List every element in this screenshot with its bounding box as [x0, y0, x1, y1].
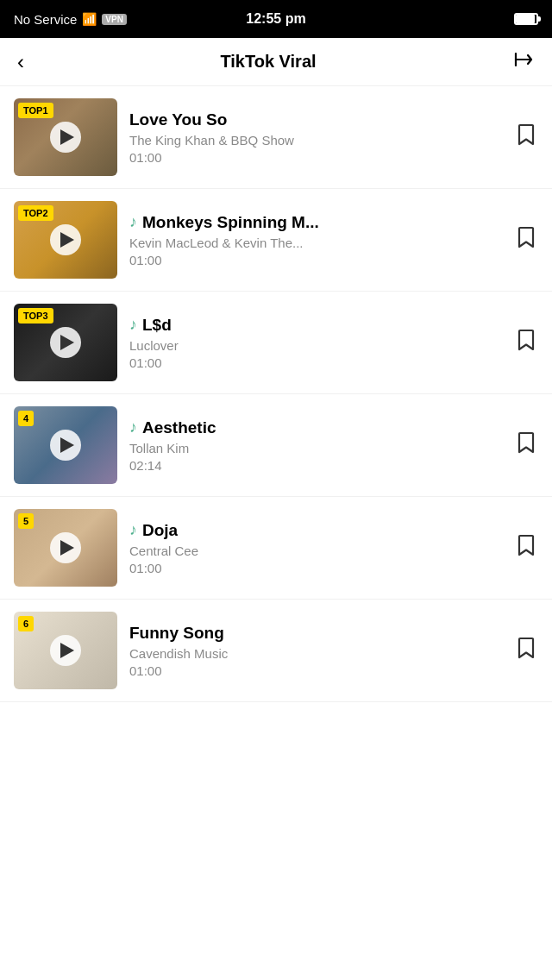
play-icon: [60, 232, 74, 248]
rank-badge: 4: [18, 411, 34, 426]
track-title-row: Funny Song: [129, 624, 502, 643]
bookmark-button[interactable]: [514, 633, 538, 668]
track-title-row: Love You So: [129, 110, 502, 129]
battery-icon: [514, 13, 538, 25]
rank-badge: TOP2: [18, 205, 53, 221]
bookmark-button[interactable]: [514, 428, 538, 462]
bookmark-button[interactable]: [514, 325, 538, 360]
play-button[interactable]: [50, 430, 81, 461]
rank-badge: TOP3: [18, 308, 53, 324]
bookmark-button[interactable]: [514, 120, 538, 154]
track-title-row: ♪ Monkeys Spinning M...: [129, 213, 502, 232]
track-info: ♪ Aesthetic Tollan Kim 02:14: [129, 418, 502, 473]
track-artist: Luclover: [129, 338, 502, 353]
track-artist: Cavendish Music: [129, 646, 502, 661]
track-artist: Central Cee: [129, 543, 502, 558]
track-item[interactable]: 4 ♪ Aesthetic Tollan Kim 02:14: [0, 394, 552, 497]
track-title: Funny Song: [129, 624, 224, 643]
track-duration: 01:00: [129, 663, 502, 678]
track-info: Love You So The King Khan & BBQ Show 01:…: [129, 110, 502, 165]
track-duration: 01:00: [129, 561, 502, 575]
rank-badge: 6: [18, 616, 34, 631]
music-note-icon: ♪: [129, 521, 137, 539]
track-duration: 02:14: [129, 458, 502, 473]
track-info: ♪ Doja Central Cee 01:00: [129, 521, 502, 575]
track-list: TOP1 Love You So The King Khan & BBQ Sho…: [0, 86, 552, 702]
track-title: Love You So: [129, 110, 227, 129]
music-note-icon: ♪: [129, 316, 137, 334]
rank-badge: TOP1: [18, 103, 53, 118]
play-icon: [60, 540, 74, 556]
track-thumbnail[interactable]: 6: [14, 612, 117, 689]
page-title: TikTok Viral: [220, 52, 316, 72]
track-duration: 01:00: [129, 150, 502, 165]
track-title: L$d: [142, 316, 172, 335]
no-service-text: No Service: [14, 12, 77, 27]
share-button[interactable]: [512, 48, 535, 76]
track-title-row: ♪ Aesthetic: [129, 418, 502, 437]
track-artist: Tollan Kim: [129, 441, 502, 455]
track-info: ♪ Monkeys Spinning M... Kevin MacLeod & …: [129, 213, 502, 267]
track-item[interactable]: TOP3 ♪ L$d Luclover 01:00: [0, 292, 552, 394]
track-thumbnail[interactable]: TOP2: [14, 201, 117, 279]
bookmark-button[interactable]: [514, 223, 538, 257]
play-icon: [60, 335, 74, 350]
play-button[interactable]: [50, 224, 81, 255]
track-artist: The King Khan & BBQ Show: [129, 133, 502, 148]
rank-badge: 5: [18, 513, 34, 529]
play-button[interactable]: [50, 532, 81, 563]
track-info: ♪ L$d Luclover 01:00: [129, 316, 502, 370]
track-item[interactable]: 6 Funny Song Cavendish Music 01:00: [0, 600, 552, 702]
track-title-row: ♪ L$d: [129, 316, 502, 335]
play-button[interactable]: [50, 635, 81, 666]
track-duration: 01:00: [129, 355, 502, 370]
track-item[interactable]: 5 ♪ Doja Central Cee 01:00: [0, 497, 552, 600]
track-title: Aesthetic: [142, 418, 216, 437]
track-title-row: ♪ Doja: [129, 521, 502, 540]
play-icon: [60, 643, 74, 658]
track-item[interactable]: TOP1 Love You So The King Khan & BBQ Sho…: [0, 86, 552, 189]
track-duration: 01:00: [129, 253, 502, 267]
play-icon: [60, 129, 74, 145]
bookmark-button[interactable]: [514, 531, 538, 565]
track-thumbnail[interactable]: TOP3: [14, 304, 117, 381]
track-title: Doja: [142, 521, 178, 540]
status-time: 12:55 pm: [246, 11, 305, 27]
status-bar: No Service 📶 VPN 12:55 pm: [0, 0, 552, 38]
status-left: No Service 📶 VPN: [14, 12, 127, 27]
track-artist: Kevin MacLeod & Kevin The...: [129, 236, 502, 250]
track-thumbnail[interactable]: 4: [14, 406, 117, 484]
wifi-icon: 📶: [82, 12, 97, 26]
play-icon: [60, 437, 74, 453]
music-note-icon: ♪: [129, 418, 137, 437]
status-right: [514, 13, 538, 25]
vpn-badge: VPN: [102, 14, 127, 25]
music-note-icon: ♪: [129, 213, 137, 231]
track-info: Funny Song Cavendish Music 01:00: [129, 624, 502, 678]
track-thumbnail[interactable]: 5: [14, 509, 117, 587]
play-button[interactable]: [50, 122, 81, 153]
track-thumbnail[interactable]: TOP1: [14, 98, 117, 176]
track-title: Monkeys Spinning M...: [142, 213, 319, 232]
play-button[interactable]: [50, 327, 81, 358]
back-button[interactable]: ‹: [17, 50, 24, 74]
nav-header: ‹ TikTok Viral: [0, 38, 552, 86]
track-item[interactable]: TOP2 ♪ Monkeys Spinning M... Kevin MacLe…: [0, 189, 552, 292]
